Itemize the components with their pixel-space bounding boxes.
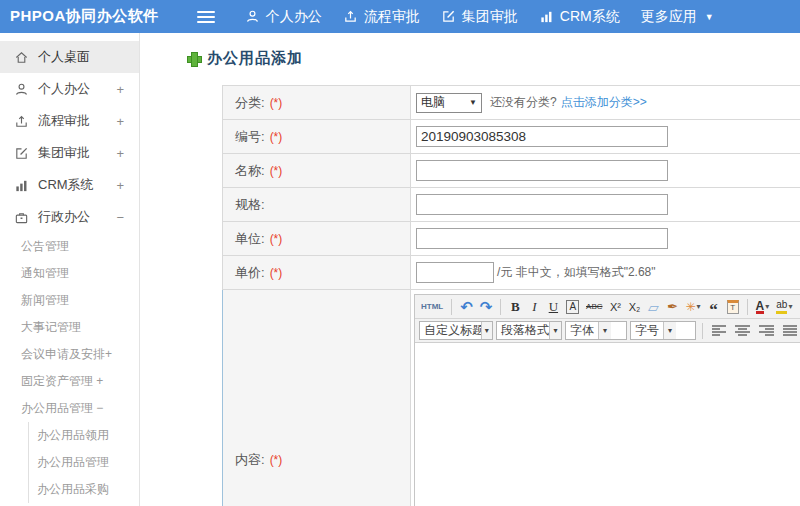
sidebar-subsubitem-supplies-purchase[interactable]: 办公用品采购	[29, 476, 139, 503]
sidebar-subitem-announcement[interactable]: 公告管理	[0, 233, 139, 260]
editor-content[interactable]	[415, 343, 800, 506]
required-mark: (*)	[270, 266, 283, 280]
toolbar-separator	[451, 299, 452, 315]
price-label: 单价: (*)	[223, 256, 411, 289]
topmenu-label: 更多应用	[641, 8, 697, 26]
upload-icon	[343, 9, 358, 24]
highlight-color-button[interactable]: ab ▾	[774, 298, 794, 316]
caret-down-icon: ▾	[549, 322, 561, 339]
sidebar-item-label: 个人办公	[38, 80, 90, 98]
redo-icon[interactable]: ↷	[478, 298, 495, 316]
sidebar-subsubitem-supplies-receive[interactable]: 办公用品领用	[29, 422, 139, 449]
topmenu-more-apps[interactable]: 更多应用 ▼	[641, 8, 714, 26]
sidebar-item-group-approval[interactable]: 集团审批 +	[0, 137, 139, 169]
content-value-cell: HTML ↶ ↷ B I U A ABC X² X₂ ▱ ✒	[411, 290, 800, 506]
name-label: 名称: (*)	[223, 154, 411, 187]
expand-toggle[interactable]: +	[116, 114, 124, 129]
subscript-button[interactable]: X₂	[627, 298, 643, 316]
sidebar-subitem-news[interactable]: 新闻管理	[0, 287, 139, 314]
sidebar-item-crm[interactable]: CRM系统 +	[0, 169, 139, 201]
select-caret-icon: ▼	[469, 98, 477, 107]
sidebar-item-admin-office[interactable]: 行政办公 −	[0, 201, 139, 233]
sidebar-item-label: 个人桌面	[38, 48, 90, 66]
sidebar-subitem-notification[interactable]: 通知管理	[0, 260, 139, 287]
sidebar-subitem-memorabilia[interactable]: 大事记管理	[0, 314, 139, 341]
topmenu-crm[interactable]: CRM系统	[539, 8, 620, 26]
price-input[interactable]	[416, 262, 494, 283]
main-content: 办公用品添加 分类: (*) 电脑 ▼ 还没有分类? 点击添加分类>> 编号: …	[141, 33, 800, 506]
blockquote-button[interactable]: “	[706, 298, 722, 316]
format-brush-icon[interactable]: ✒	[665, 298, 681, 316]
font-size-select[interactable]: 字号 ▾	[630, 321, 696, 340]
underline-button[interactable]: U	[545, 298, 561, 316]
page-title: 办公用品添加	[187, 49, 303, 68]
unit-input[interactable]	[416, 228, 668, 249]
expand-toggle[interactable]: +	[116, 146, 124, 161]
editor-toolbar-row2: 自定义标题 ▾ 段落格式 ▾ 字体 ▾ 字号 ▾	[415, 319, 800, 343]
name-input[interactable]	[416, 160, 668, 181]
sidebar-item-personal-office[interactable]: 个人办公 +	[0, 73, 139, 105]
topmenu-workflow-approval[interactable]: 流程审批	[343, 8, 420, 26]
topmenu-group-approval[interactable]: 集团审批	[441, 8, 518, 26]
form-row-content: 内容: (*) HTML ↶ ↷ B I U A ABC	[222, 290, 800, 506]
eraser-icon[interactable]: ▱	[646, 298, 662, 316]
toolbar-separator	[500, 299, 501, 315]
category-value-cell: 电脑 ▼ 还没有分类? 点击添加分类>>	[411, 86, 800, 119]
sidebar-item-personal-desktop[interactable]: 个人桌面	[0, 41, 139, 73]
sidebar-subitem-meeting[interactable]: 会议申请及安排+	[0, 341, 139, 368]
sidebar-item-label: 行政办公	[38, 208, 90, 226]
caret-down-icon: ▾	[598, 322, 611, 339]
briefcase-icon	[13, 209, 29, 225]
form-row-unit: 单位: (*)	[222, 222, 800, 256]
undo-icon[interactable]: ↶	[458, 298, 475, 316]
subitem-label: 公告管理	[21, 238, 69, 255]
expand-toggle[interactable]: −	[116, 210, 124, 225]
spec-input[interactable]	[416, 194, 668, 215]
font-family-select[interactable]: 字体 ▾	[565, 321, 627, 340]
html-source-button[interactable]: HTML	[419, 298, 445, 316]
supplies-add-form: 分类: (*) 电脑 ▼ 还没有分类? 点击添加分类>> 编号: (*)	[222, 85, 800, 506]
sidebar-item-workflow-approval[interactable]: 流程审批 +	[0, 105, 139, 137]
auto-format-icon[interactable]: ✳ ▾	[684, 298, 703, 316]
align-justify-icon[interactable]	[783, 325, 798, 336]
sidebar: 个人桌面 个人办公 + 流程审批 + 集团审批 + CRM系统 + 行政办公 −	[0, 33, 140, 506]
align-right-icon[interactable]	[759, 325, 774, 336]
sidebar-subitem-office-supplies[interactable]: 办公用品管理 −	[0, 395, 139, 422]
bold-button[interactable]: B	[507, 298, 523, 316]
char-border-button[interactable]: A	[566, 300, 579, 314]
align-center-icon[interactable]	[735, 325, 750, 336]
required-mark: (*)	[270, 232, 283, 246]
edit-icon	[13, 145, 29, 161]
expand-toggle[interactable]: +	[116, 178, 124, 193]
sidebar-item-label: CRM系统	[38, 176, 94, 194]
toolbar-separator	[747, 299, 748, 315]
category-select[interactable]: 电脑 ▼	[416, 93, 482, 113]
sidebar-item-label: 流程审批	[38, 112, 90, 130]
font-color-button[interactable]: A ▾	[754, 298, 772, 316]
strikethrough-button[interactable]: ABC	[584, 298, 604, 316]
paste-as-text-icon[interactable]: T	[727, 300, 739, 314]
topmenu-label: 集团审批	[462, 8, 518, 26]
upload-icon	[13, 113, 29, 129]
subitem-label: 会议申请及安排+	[21, 346, 112, 363]
sidebar-subsubitem-supplies-manage[interactable]: 办公用品管理	[29, 449, 139, 476]
code-input[interactable]	[416, 126, 668, 147]
home-icon	[13, 49, 29, 65]
heading-select[interactable]: 自定义标题 ▾	[419, 321, 493, 340]
expand-toggle[interactable]: +	[116, 82, 124, 97]
topmenu-label: 流程审批	[364, 8, 420, 26]
paragraph-format-select[interactable]: 段落格式 ▾	[496, 321, 562, 340]
topmenu-personal-office[interactable]: 个人办公	[245, 8, 322, 26]
rich-text-editor: HTML ↶ ↷ B I U A ABC X² X₂ ▱ ✒	[414, 294, 800, 506]
sidebar-subitem-fixed-assets[interactable]: 固定资产管理 +	[0, 368, 139, 395]
superscript-button[interactable]: X²	[608, 298, 624, 316]
caret-down-icon: ▾	[788, 302, 792, 311]
add-category-link[interactable]: 点击添加分类>>	[561, 94, 647, 111]
italic-button[interactable]: I	[526, 298, 542, 316]
unit-label: 单位: (*)	[223, 222, 411, 255]
align-left-icon[interactable]	[712, 325, 727, 336]
form-row-price: 单价: (*) /元 非中文，如填写格式"2.68"	[222, 256, 800, 290]
person-icon	[245, 9, 260, 24]
hamburger-menu-icon[interactable]	[197, 11, 215, 23]
content-label: 内容: (*)	[223, 290, 411, 506]
